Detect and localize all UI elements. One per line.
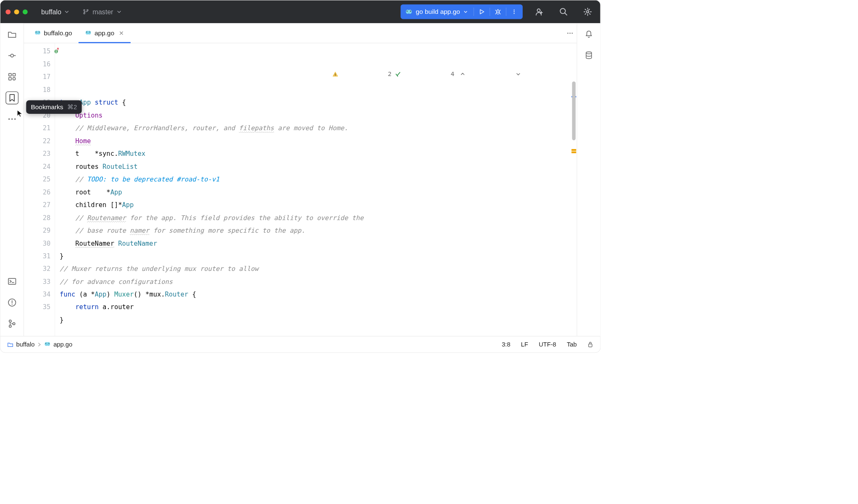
prev-highlight-icon[interactable]: [460, 46, 512, 102]
svg-point-4: [408, 10, 411, 14]
breadcrumb[interactable]: buffalo app.go: [8, 341, 73, 348]
crumb-project: buffalo: [16, 341, 35, 348]
close-window[interactable]: [5, 9, 11, 14]
check-icon: [395, 46, 447, 103]
problems-tool-icon[interactable]: [5, 296, 18, 309]
go-file-icon: [85, 30, 91, 36]
project-name: buffalo: [41, 8, 61, 16]
code-editor[interactable]: 2 4: [55, 43, 577, 336]
caret-position[interactable]: 3:8: [502, 341, 510, 348]
more-run-options[interactable]: [508, 5, 520, 18]
svg-point-24: [9, 320, 11, 322]
code-line: // for advance configurations: [60, 275, 577, 288]
settings-icon[interactable]: [580, 5, 595, 19]
line-gutter[interactable]: 15I1617181920212223242526272829303132333…: [24, 43, 55, 336]
tab-app-go[interactable]: app.go✕: [79, 23, 130, 43]
svg-point-40: [586, 52, 592, 54]
minimize-window[interactable]: [14, 9, 19, 14]
svg-point-20: [11, 118, 13, 120]
bookmarks-tooltip: Bookmarks ⌘2: [26, 100, 82, 114]
code-line: // Muxer returns the underlying mux rout…: [60, 262, 577, 275]
svg-point-36: [569, 32, 571, 34]
tooltip-shortcut: ⌘2: [67, 103, 77, 110]
svg-point-32: [88, 31, 91, 34]
folder-icon: [8, 342, 13, 347]
tooltip-label: Bookmarks: [31, 103, 63, 111]
tab-label: app.go: [95, 29, 114, 37]
inspection-widget[interactable]: 2 4: [332, 46, 568, 103]
svg-point-2: [87, 10, 88, 11]
svg-point-9: [513, 11, 514, 12]
svg-point-34: [89, 32, 90, 32]
code-line: root *App: [60, 186, 577, 198]
svg-point-14: [11, 54, 13, 57]
debug-button[interactable]: [492, 5, 504, 18]
svg-point-29: [36, 32, 37, 32]
svg-point-30: [39, 32, 40, 32]
code-line: RouteNamer RouteNamer: [60, 237, 577, 249]
svg-point-6: [410, 11, 411, 12]
bookmarks-tool-icon[interactable]: [5, 92, 18, 105]
code-line: t *sync.RWMutex: [60, 147, 577, 160]
run-config-label: go build app.go: [416, 8, 460, 16]
status-bar: buffalo app.go 3:8 LF UTF-8 Tab: [0, 336, 600, 352]
maximize-window[interactable]: [23, 9, 28, 14]
code-line: // Routenamer for the app. This field pr…: [60, 211, 577, 224]
file-encoding[interactable]: UTF-8: [539, 341, 556, 348]
svg-point-10: [513, 13, 514, 14]
code-line: // Middleware, ErrorHandlers, router, an…: [60, 122, 577, 134]
code-line: return a.router: [60, 301, 577, 313]
branch-name: master: [92, 8, 113, 16]
svg-point-25: [9, 325, 11, 327]
terminal-tool-icon[interactable]: [5, 275, 18, 288]
notifications-tool-icon[interactable]: [582, 28, 595, 41]
svg-point-21: [14, 118, 16, 120]
crumb-file: app.go: [53, 341, 72, 348]
vcs-tool-icon[interactable]: [5, 317, 18, 330]
search-icon[interactable]: [556, 5, 571, 19]
svg-point-13: [587, 10, 589, 13]
project-tool-icon[interactable]: [5, 28, 18, 41]
close-tab-icon[interactable]: ✕: [119, 29, 124, 37]
left-tool-rail: [0, 23, 24, 336]
svg-point-26: [13, 323, 15, 325]
svg-rect-15: [8, 74, 11, 76]
vcs-branch-selector[interactable]: master: [82, 8, 121, 16]
svg-point-43: [45, 343, 46, 344]
code-line: children []*App: [60, 199, 577, 211]
ok-count: 4: [451, 68, 455, 80]
code-line: }: [60, 249, 577, 262]
scrollbar-marker: [571, 149, 576, 151]
cursor-icon: [17, 110, 23, 117]
commit-tool-icon[interactable]: [5, 49, 18, 62]
chevron-down-icon: [117, 9, 121, 14]
scrollbar-marker: [571, 152, 576, 153]
svg-point-18: [13, 77, 15, 80]
run-configuration-group: go build app.go: [400, 5, 523, 19]
indent-setting[interactable]: Tab: [567, 341, 577, 348]
code-line: }: [60, 314, 577, 326]
run-config-selector[interactable]: go build app.go: [405, 8, 472, 16]
warning-count: 2: [388, 68, 392, 80]
code-with-me-icon[interactable]: [532, 5, 547, 19]
run-button[interactable]: [476, 5, 488, 18]
tab-buffalo-go[interactable]: buffalo.go: [28, 23, 79, 43]
go-icon: [405, 9, 412, 15]
line-separator[interactable]: LF: [521, 341, 528, 348]
svg-rect-45: [589, 344, 592, 347]
next-highlight-icon[interactable]: [516, 46, 568, 102]
scrollbar-thumb[interactable]: [572, 81, 576, 140]
tabs-more-icon[interactable]: [563, 23, 577, 43]
editor-scrollbar[interactable]: [571, 43, 577, 336]
project-selector[interactable]: buffalo: [41, 8, 69, 16]
window-controls: [5, 9, 27, 14]
branch-icon: [82, 8, 89, 15]
structure-tool-icon[interactable]: [5, 70, 18, 83]
code-line: // base route namer for something more s…: [60, 224, 577, 236]
readonly-toggle-icon[interactable]: [587, 341, 593, 347]
code-line: func (a *App) Muxer() *mux.Router {: [60, 288, 577, 301]
svg-point-19: [8, 118, 10, 120]
svg-point-11: [537, 9, 540, 12]
warning-icon: [332, 46, 384, 103]
code-line: // TODO: to be deprecated #road-to-v1: [60, 173, 577, 186]
